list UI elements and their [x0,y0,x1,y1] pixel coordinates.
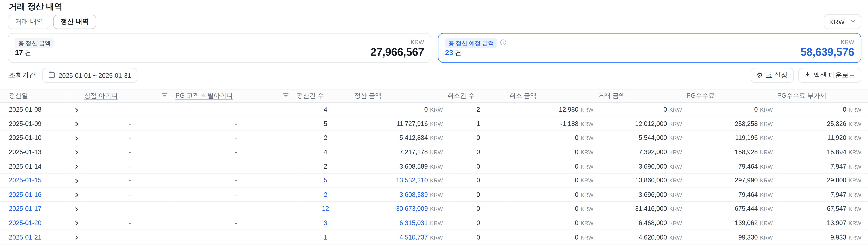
currency-unit: KRW [760,234,773,240]
table-row[interactable]: 2025-01-13 - - 4 7,217,178KRW 0 0KRW 7,3… [0,145,868,159]
currency-unit: KRW [430,149,443,155]
pg-fee-vat-cell: 13,907KRW [777,216,868,230]
settlement-amount-link[interactable]: 3,608,589 [399,163,428,170]
settlement-count-link[interactable]: 2 [324,163,327,170]
settlement-amount-link[interactable]: 7,217,178 [399,149,428,155]
pg-customer-id-cell: - [176,230,297,244]
settlement-date-link[interactable]: 2025-01-16 [9,191,41,198]
store-id-cell: - [84,131,176,145]
settlement-date-cell: 2025-01-15 [0,174,69,187]
expand-cell [69,216,84,230]
settlement-amount-link[interactable]: 30,673,009 [396,206,428,212]
settlement-count-link[interactable]: 1 [324,234,327,240]
settlement-amount-cell: 3,608,589KRW [354,159,447,173]
table-row[interactable]: 2025-01-21 - - 1 4,510,737KRW 0 0KRW 4,6… [0,230,868,244]
chevron-right-icon[interactable] [73,163,80,169]
table-row[interactable]: 2025-01-17 - - 12 30,673,009KRW 0 0KRW 3… [0,202,868,216]
date-range-input[interactable]: 2025-01-01 ~ 2025-01-31 [42,68,137,83]
currency-unit: KRW [760,163,773,170]
tab-settlement-history[interactable]: 정산 내역 [53,14,96,29]
currency-unit: KRW [581,107,593,113]
pg-fee-vat-cell: 29,800KRW [777,174,868,187]
transaction-amount-cell: 5,544,000KRW [598,131,686,145]
table-row[interactable]: 2025-01-08 - - 4 0KRW 2 -12,980KRW 0KRW … [0,102,868,117]
pg-customer-id-cell: - [176,174,297,187]
currency-unit: KRW [760,121,773,127]
expand-cell [69,131,84,145]
table-row[interactable]: 2025-01-14 - - 2 3,608,589KRW 0 0KRW 3,6… [0,159,868,173]
settlement-count-link[interactable]: 4 [324,149,327,155]
expand-cell [69,102,84,117]
chevron-right-icon[interactable] [73,234,80,240]
settlement-amount-link[interactable]: 5,412,884 [399,134,428,141]
chevron-right-icon[interactable] [73,205,80,212]
table-row[interactable]: 2025-01-10 - - 2 5,412,884KRW 0 0KRW 5,5… [0,131,868,145]
column-header-settlement-date: 정산일 [0,89,69,102]
settlement-count-link[interactable]: 2 [324,191,327,198]
settlement-date-link[interactable]: 2025-01-10 [9,134,41,141]
settlement-amount-link[interactable]: 11,727,916 [397,121,428,127]
settlement-count-link[interactable]: 2 [324,134,327,141]
column-header-settlement-amount: 정산 금액 [354,89,447,102]
settlement-count-link[interactable]: 4 [324,106,327,113]
settlement-page: 거래 정산 내역 거래 내역 정산 내역 KRW 총 정산 금액 17건 K [0,1,868,248]
excel-download-button[interactable]: 엑셀 다운로드 [798,68,861,83]
settlement-count-cell: 12 [297,202,354,216]
settlement-amount-link[interactable]: 0 [424,106,428,113]
settlement-amount-link[interactable]: 4,510,737 [399,234,428,240]
pg-fee-cell: 297,990KRW [686,174,777,187]
currency-select[interactable]: KRW [824,14,861,29]
pg-fee-cell: 119,196KRW [686,131,777,145]
date-range-value: 2025-01-01 ~ 2025-01-31 [59,72,131,79]
transaction-amount-cell: 3,696,000KRW [598,159,686,173]
currency-unit: KRW [669,149,682,155]
table-settings-button[interactable]: ⚙ 표 설정 [750,68,794,83]
settlement-amount-link[interactable]: 13,532,210 [396,177,428,184]
chevron-right-icon[interactable] [73,106,80,113]
settlement-amount-link[interactable]: 6,315,031 [399,220,428,226]
settlement-count-link[interactable]: 5 [324,121,327,127]
settlement-date-link[interactable]: 2025-01-17 [9,206,41,212]
settlement-date-cell: 2025-01-13 [0,145,69,159]
settlement-count-link[interactable]: 3 [324,220,327,226]
cancel-count-cell: 0 [447,159,509,173]
settlement-date-link[interactable]: 2025-01-20 [9,220,41,226]
chevron-right-icon[interactable] [73,191,80,198]
filter-icon[interactable] [283,92,289,99]
cancel-amount-cell: 0KRW [509,187,598,202]
currency-unit: KRW [430,121,443,127]
currency-unit: KRW [430,220,443,226]
settlement-date-link[interactable]: 2025-01-21 [9,234,41,240]
settlement-count-link[interactable]: 12 [322,206,329,212]
currency-unit: KRW [430,178,443,184]
pg-customer-id-header-label[interactable]: PG 고객 식별아이디 [176,92,233,100]
chevron-right-icon[interactable] [73,134,80,141]
settlement-date-link[interactable]: 2025-01-13 [9,149,41,155]
filter-icon[interactable] [162,92,168,99]
total-settled-badge: 총 정산 금액 [15,38,54,48]
table-row[interactable]: 2025-01-16 - - 2 3,608,589KRW 0 0KRW 3,6… [0,187,868,202]
settlement-date-link[interactable]: 2025-01-14 [9,163,41,170]
table-row[interactable]: 2025-01-15 - - 5 13,532,210KRW 0 0KRW 13… [0,174,868,187]
settlement-count-link[interactable]: 5 [324,177,327,184]
table-row[interactable]: 2025-01-09 - - 5 11,727,916KRW 1 -1,188K… [0,117,868,131]
chevron-right-icon[interactable] [73,177,80,184]
column-header-settlement-count: 정산건 수 [297,89,354,102]
chevron-right-icon[interactable] [73,120,80,127]
cancel-amount-cell: 0KRW [509,216,598,230]
currency-unit: KRW [669,107,682,113]
settlement-date-link[interactable]: 2025-01-15 [9,177,41,184]
table-row[interactable]: 2025-01-20 - - 3 6,315,031KRW 0 0KRW 6,4… [0,216,868,230]
settlement-table-body: 2025-01-08 - - 4 0KRW 2 -12,980KRW 0KRW … [0,102,868,244]
pg-fee-vat-cell: 0KRW [777,102,868,117]
settlement-date-link[interactable]: 2025-01-08 [9,106,41,113]
settlement-amount-link[interactable]: 3,608,589 [399,191,428,198]
info-icon[interactable] [500,38,507,48]
cancel-count-cell: 0 [447,145,509,159]
chevron-right-icon[interactable] [73,149,80,155]
settlement-date-cell: 2025-01-20 [0,216,69,230]
tab-transaction-history[interactable]: 거래 내역 [8,14,51,29]
chevron-right-icon[interactable] [73,219,80,226]
store-id-header-label[interactable]: 상점 아이디 [84,92,118,100]
settlement-date-link[interactable]: 2025-01-09 [9,121,41,127]
